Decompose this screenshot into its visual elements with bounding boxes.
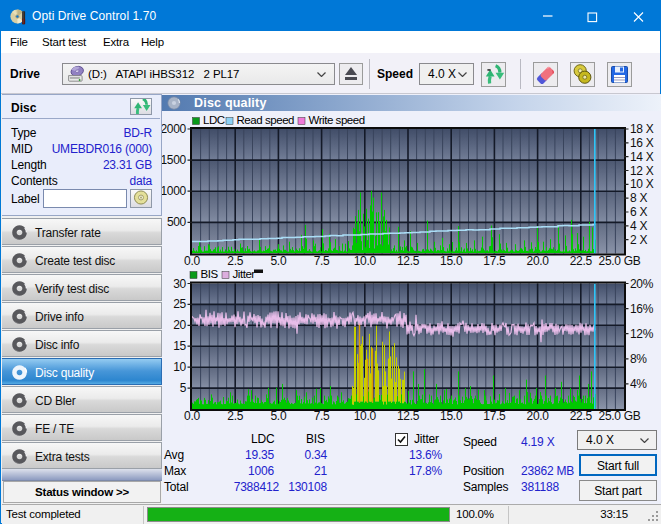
svg-text:25: 25 bbox=[173, 297, 186, 311]
svg-text:20.0: 20.0 bbox=[527, 254, 550, 268]
svg-text:12 X: 12 X bbox=[630, 164, 654, 178]
svg-text:20%: 20% bbox=[630, 277, 654, 291]
svg-text:7.5: 7.5 bbox=[314, 409, 330, 423]
svg-text:5.0: 5.0 bbox=[271, 409, 287, 423]
svg-text:17.5: 17.5 bbox=[483, 254, 506, 268]
svg-text:1000: 1000 bbox=[162, 184, 187, 198]
svg-text:Jitter: Jitter bbox=[233, 268, 256, 280]
svg-text:15: 15 bbox=[173, 339, 186, 353]
svg-text:22.5: 22.5 bbox=[570, 409, 593, 423]
svg-text:1500: 1500 bbox=[162, 153, 187, 167]
svg-text:20.0: 20.0 bbox=[527, 409, 550, 423]
svg-text:Read speed: Read speed bbox=[237, 114, 295, 126]
svg-text:Write speed: Write speed bbox=[309, 114, 365, 126]
svg-text:8 X: 8 X bbox=[630, 191, 647, 205]
svg-text:0.0: 0.0 bbox=[184, 409, 200, 423]
svg-text:8%: 8% bbox=[630, 352, 647, 366]
svg-text:16 X: 16 X bbox=[630, 136, 654, 150]
svg-text:16%: 16% bbox=[630, 302, 654, 316]
svg-text:2000: 2000 bbox=[162, 122, 187, 136]
svg-text:12.5: 12.5 bbox=[397, 254, 420, 268]
svg-text:5.0: 5.0 bbox=[271, 254, 287, 268]
svg-text:10.0: 10.0 bbox=[354, 409, 377, 423]
svg-text:2.5: 2.5 bbox=[227, 409, 243, 423]
svg-text:30: 30 bbox=[173, 277, 186, 291]
svg-text:22.5: 22.5 bbox=[570, 254, 593, 268]
svg-text:12%: 12% bbox=[630, 327, 654, 341]
svg-text:15.0: 15.0 bbox=[440, 409, 463, 423]
svg-text:LDC: LDC bbox=[203, 114, 225, 126]
svg-text:6 X: 6 X bbox=[630, 205, 647, 219]
svg-text:20: 20 bbox=[173, 318, 186, 332]
svg-text:15.0: 15.0 bbox=[440, 254, 463, 268]
svg-text:4%: 4% bbox=[630, 377, 647, 391]
svg-text:25.0 GB: 25.0 GB bbox=[599, 409, 641, 423]
svg-text:2.5: 2.5 bbox=[227, 254, 243, 268]
svg-text:17.5: 17.5 bbox=[483, 409, 506, 423]
svg-text:7.5: 7.5 bbox=[314, 254, 330, 268]
svg-text:10.0: 10.0 bbox=[354, 254, 377, 268]
svg-text:5: 5 bbox=[180, 381, 187, 395]
svg-text:0.0: 0.0 bbox=[184, 254, 200, 268]
svg-text:25.0 GB: 25.0 GB bbox=[599, 254, 641, 268]
svg-text:12.5: 12.5 bbox=[397, 409, 420, 423]
svg-text:500: 500 bbox=[167, 215, 187, 229]
svg-text:BIS: BIS bbox=[201, 268, 219, 280]
svg-text:4 X: 4 X bbox=[630, 219, 647, 233]
svg-text:18 X: 18 X bbox=[630, 122, 654, 136]
svg-text:10: 10 bbox=[173, 360, 186, 374]
svg-text:10 X: 10 X bbox=[630, 177, 654, 191]
svg-text:2 X: 2 X bbox=[630, 233, 647, 247]
svg-text:14 X: 14 X bbox=[630, 150, 654, 164]
